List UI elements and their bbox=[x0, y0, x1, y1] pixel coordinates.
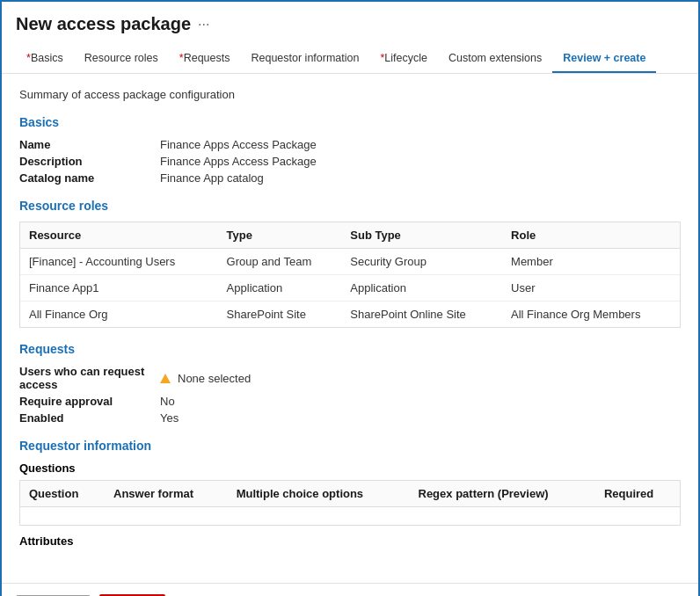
cell-subtype-1: Application bbox=[341, 275, 502, 302]
table-row: [Finance] - Accounting Users Group and T… bbox=[20, 249, 680, 275]
field-label-name: Name bbox=[19, 138, 160, 151]
cell-role-1: User bbox=[502, 275, 680, 302]
resource-roles-section-title: Resource roles bbox=[19, 199, 681, 213]
requestor-info-section: Requestor information Questions Question… bbox=[19, 439, 681, 569]
col-answer-format: Answer format bbox=[105, 481, 228, 507]
cell-resource-1: Finance App1 bbox=[20, 275, 218, 302]
field-users-request: Users who can request access None select… bbox=[19, 365, 681, 391]
field-value-enabled: Yes bbox=[160, 411, 179, 425]
basics-section: Basics Name Finance Apps Access Package … bbox=[19, 115, 681, 185]
empty-row bbox=[20, 507, 680, 525]
table-row: All Finance Org SharePoint Site SharePoi… bbox=[20, 302, 680, 328]
questions-header: Questions bbox=[19, 462, 681, 475]
tab-review-create[interactable]: Review + create bbox=[552, 45, 656, 73]
requestor-info-section-title: Requestor information bbox=[19, 439, 681, 453]
tab-requestor-info[interactable]: Requestor information bbox=[240, 45, 369, 73]
tab-bar: *Basics Resource roles *Requests Request… bbox=[16, 45, 684, 73]
cell-resource-2: All Finance Org bbox=[20, 302, 218, 328]
table-row-empty bbox=[20, 507, 680, 525]
col-required: Required bbox=[595, 481, 680, 507]
title-row: New access package ··· bbox=[16, 14, 684, 34]
table-row: Finance App1 Application Application Use… bbox=[20, 275, 680, 302]
field-label-enabled: Enabled bbox=[19, 411, 160, 425]
attributes-content bbox=[19, 551, 681, 569]
field-value-catalog: Finance App catalog bbox=[160, 171, 264, 185]
tab-resource-roles[interactable]: Resource roles bbox=[74, 45, 169, 73]
page-title: New access package bbox=[16, 14, 191, 34]
tab-requests[interactable]: *Requests bbox=[169, 45, 241, 73]
field-description: Description Finance Apps Access Package bbox=[19, 155, 681, 168]
tab-basics[interactable]: *Basics bbox=[16, 45, 74, 73]
cell-resource-0: [Finance] - Accounting Users bbox=[20, 249, 218, 275]
ellipsis-menu[interactable]: ··· bbox=[198, 17, 209, 33]
questions-table: Question Answer format Multiple choice o… bbox=[20, 481, 680, 525]
field-label-users-request: Users who can request access bbox=[19, 365, 160, 391]
tab-lifecycle[interactable]: *Lifecycle bbox=[369, 45, 438, 73]
field-require-approval: Require approval No bbox=[19, 395, 681, 408]
cell-role-0: Member bbox=[502, 249, 680, 275]
main-content: Summary of access package configuration … bbox=[2, 74, 698, 583]
col-subtype: Sub Type bbox=[341, 222, 502, 249]
col-multiple-choice: Multiple choice options bbox=[228, 481, 410, 507]
resource-roles-table: Resource Type Sub Type Role [Finance] - … bbox=[20, 222, 680, 327]
table-header-row: Resource Type Sub Type Role bbox=[20, 222, 680, 249]
col-role: Role bbox=[502, 222, 680, 249]
col-question: Question bbox=[20, 481, 105, 507]
field-catalog: Catalog name Finance App catalog bbox=[19, 171, 681, 185]
cell-subtype-0: Security Group bbox=[341, 249, 502, 275]
field-name: Name Finance Apps Access Package bbox=[19, 138, 681, 151]
cell-type-2: SharePoint Site bbox=[218, 302, 342, 328]
cell-role-2: All Finance Org Members bbox=[502, 302, 680, 328]
attributes-header: Attributes bbox=[19, 534, 681, 548]
field-value-name: Finance Apps Access Package bbox=[160, 138, 317, 151]
header: New access package ··· *Basics Resource … bbox=[2, 2, 698, 74]
col-regex-pattern: Regex pattern (Preview) bbox=[410, 481, 595, 507]
field-label-require-approval: Require approval bbox=[19, 395, 160, 408]
warning-triangle-icon bbox=[160, 374, 171, 383]
resource-roles-section: Resource roles Resource Type Sub Type Ro… bbox=[19, 199, 681, 328]
cell-type-0: Group and Team bbox=[218, 249, 342, 275]
main-window: New access package ··· *Basics Resource … bbox=[0, 0, 700, 596]
field-value-users-request: None selected bbox=[160, 365, 251, 391]
field-value-description: Finance Apps Access Package bbox=[160, 155, 317, 168]
cell-type-1: Application bbox=[218, 275, 342, 302]
field-value-require-approval: No bbox=[160, 395, 175, 408]
col-type: Type bbox=[218, 222, 342, 249]
basics-section-title: Basics bbox=[19, 115, 681, 129]
summary-heading: Summary of access package configuration bbox=[19, 88, 681, 101]
questions-header-row: Question Answer format Multiple choice o… bbox=[20, 481, 680, 507]
requests-section-title: Requests bbox=[19, 342, 681, 356]
cell-subtype-2: SharePoint Online Site bbox=[341, 302, 502, 328]
field-enabled: Enabled Yes bbox=[19, 411, 681, 425]
field-label-catalog: Catalog name bbox=[19, 171, 160, 185]
footer: Previous Create bbox=[2, 583, 698, 597]
col-resource: Resource bbox=[20, 222, 218, 249]
field-label-description: Description bbox=[19, 155, 160, 168]
questions-table-container: Question Answer format Multiple choice o… bbox=[19, 480, 681, 526]
tab-custom-extensions[interactable]: Custom extensions bbox=[438, 45, 552, 73]
requests-section: Requests Users who can request access No… bbox=[19, 342, 681, 425]
resource-roles-table-container: Resource Type Sub Type Role [Finance] - … bbox=[19, 222, 681, 328]
